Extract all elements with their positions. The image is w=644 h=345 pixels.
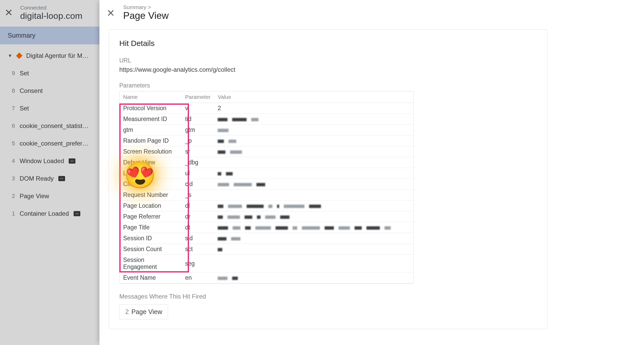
param-name: Measurement ID — [120, 114, 182, 125]
param-key: seg — [182, 255, 214, 272]
param-name: Session ID — [120, 233, 182, 244]
param-value — [214, 222, 414, 233]
param-name: Protocol Version — [120, 103, 182, 114]
param-value — [214, 125, 414, 135]
url-label: URL — [119, 57, 537, 64]
sidebar-overlay — [0, 0, 99, 345]
breadcrumb[interactable]: Summary > — [123, 4, 169, 10]
param-name: Screen Resolution — [120, 146, 182, 157]
param-value — [214, 255, 414, 272]
param-value — [214, 233, 414, 244]
param-key: dt — [182, 222, 214, 233]
param-key: tid — [182, 114, 214, 125]
param-value — [214, 200, 414, 211]
th-value: Value — [214, 91, 414, 103]
hit-details-card: Hit Details URL https://www.google-analy… — [109, 29, 548, 329]
parameters-table: Name Parameter Value Protocol Versionv2M… — [120, 91, 414, 283]
param-key: dr — [182, 211, 214, 222]
param-key: sr — [182, 146, 214, 157]
param-value — [214, 168, 414, 179]
th-parameter: Parameter — [182, 91, 214, 103]
table-row: Debug View_dbg — [120, 157, 414, 168]
table-row: gtmgtm — [120, 125, 414, 135]
param-key: sid — [182, 233, 214, 244]
table-row: Page Referrerdr — [120, 211, 414, 222]
message-chip[interactable]: 2 Page View — [119, 304, 168, 319]
param-value — [214, 179, 414, 190]
param-name: gtm — [120, 125, 182, 135]
table-row: Session IDsid — [120, 233, 414, 244]
param-key: ul — [182, 168, 214, 179]
page-title: Page View — [123, 10, 169, 21]
table-row: Page Locationdl — [120, 200, 414, 211]
param-value — [214, 157, 414, 168]
param-value — [214, 244, 414, 255]
param-name: Request Number — [120, 190, 182, 200]
messages-label: Messages Where This Hit Fired — [119, 293, 537, 300]
param-key: gtm — [182, 125, 214, 135]
param-name: Event Name — [120, 272, 182, 283]
table-row: Session Engagementseg — [120, 255, 414, 272]
param-value — [214, 135, 414, 146]
url-value: https://www.google-analytics.com/g/colle… — [119, 66, 537, 73]
table-row: Session Countsct — [120, 244, 414, 255]
table-row: Screen Resolutionsr — [120, 146, 414, 157]
param-name: Page Location — [120, 200, 182, 211]
param-key: _dbg — [182, 157, 214, 168]
parameters-label: Parameters — [119, 82, 537, 89]
param-key: cid — [182, 179, 214, 190]
table-row: Page Titledt — [120, 222, 414, 233]
table-row: Request Number_s — [120, 190, 414, 200]
table-row: Event Nameen — [120, 272, 414, 283]
param-key: v — [182, 103, 214, 114]
table-row: Client IDcid — [120, 179, 414, 190]
chip-label: Page View — [131, 308, 162, 316]
param-key: dl — [182, 200, 214, 211]
main-panel: ✕ Summary > Page View Hit Details URL ht… — [99, 0, 644, 345]
param-key: _s — [182, 190, 214, 200]
param-value — [214, 146, 414, 157]
param-value — [214, 114, 414, 125]
param-name: Session Count — [120, 244, 182, 255]
param-key: _p — [182, 135, 214, 146]
table-row: Random Page ID_p — [120, 135, 414, 146]
param-value — [214, 272, 414, 283]
param-name: Page Title — [120, 222, 182, 233]
th-name: Name — [120, 91, 182, 103]
param-value — [214, 190, 414, 200]
param-name: Random Page ID — [120, 135, 182, 146]
param-name: Page Referrer — [120, 211, 182, 222]
table-row: Measurement IDtid — [120, 114, 414, 125]
param-value: 2 — [214, 103, 414, 114]
param-key: sct — [182, 244, 214, 255]
param-name: Session Engagement — [120, 255, 182, 272]
param-value — [214, 211, 414, 222]
close-icon[interactable]: ✕ — [107, 8, 115, 18]
param-key: en — [182, 272, 214, 283]
heart-eyes-emoji: 😍 — [124, 160, 156, 190]
card-title: Hit Details — [119, 39, 537, 48]
chip-number: 2 — [125, 308, 129, 316]
table-row: Protocol Versionv2 — [120, 103, 414, 114]
table-row: Languageul — [120, 168, 414, 179]
